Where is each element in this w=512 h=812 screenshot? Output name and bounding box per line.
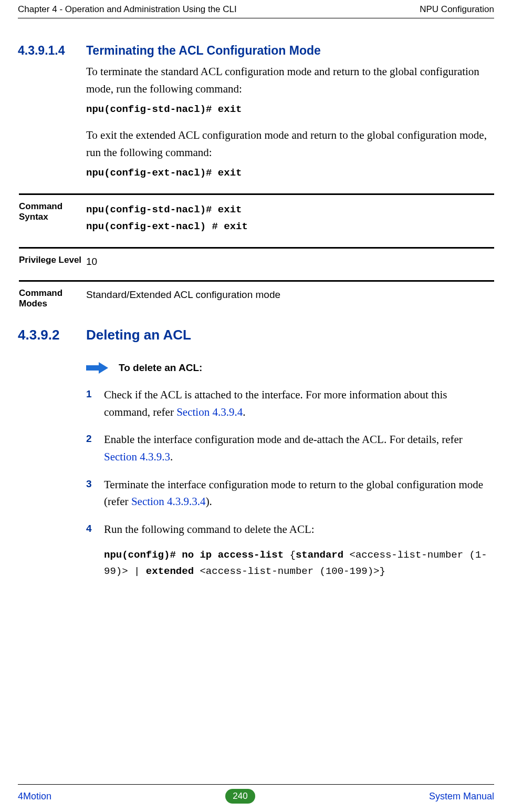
info-value: npu(config-std-nacl)# exit npu(config-ex… bbox=[86, 201, 248, 235]
cmd-text: { bbox=[289, 549, 295, 561]
footer-left: 4Motion bbox=[18, 791, 51, 802]
info-label: Command Modes bbox=[19, 288, 86, 309]
step: 4 Run the following command to delete th… bbox=[86, 521, 494, 579]
section-number: 4.3.9.2 bbox=[18, 327, 60, 343]
paragraph: To terminate the standard ACL configurat… bbox=[86, 63, 494, 97]
step: 1 Check if the ACL is attached to the in… bbox=[86, 386, 494, 420]
command-line: npu(config-ext-nacl)# exit bbox=[86, 167, 494, 179]
cmd-bold: npu(config)# no ip access-list bbox=[104, 549, 289, 561]
step-number: 2 bbox=[86, 431, 92, 446]
info-table: Command Syntax npu(config-std-nacl)# exi… bbox=[86, 193, 494, 314]
arrow-icon bbox=[86, 362, 108, 374]
header-left: Chapter 4 - Operation and Administration… bbox=[18, 4, 237, 15]
section-deleting-acl: 4.3.9.2 Deleting an ACL To delete an ACL… bbox=[86, 327, 494, 579]
syntax-line: npu(config-ext-nacl) # exit bbox=[86, 218, 248, 235]
section-link[interactable]: Section 4.3.9.3.4 bbox=[131, 495, 206, 508]
section-number: 4.3.9.1.4 bbox=[18, 44, 65, 58]
info-row-modes: Command Modes Standard/Extended ACL conf… bbox=[19, 280, 494, 314]
page-number-badge: 240 bbox=[225, 789, 255, 804]
step: 3 Terminate the interface configuration … bbox=[86, 476, 494, 510]
header-right: NPU Configuration bbox=[420, 4, 494, 15]
info-label: Privilege Level bbox=[19, 255, 86, 269]
step-text: Check if the ACL is attached to the inte… bbox=[104, 388, 447, 418]
info-label: Command Syntax bbox=[19, 201, 86, 235]
step-number: 4 bbox=[86, 521, 92, 536]
step-text-post: . bbox=[243, 406, 245, 418]
command-line: npu(config)# no ip access-list {standard… bbox=[104, 547, 494, 579]
step: 2 Enable the interface configuration mod… bbox=[86, 431, 494, 465]
procedure-steps: 1 Check if the ACL is attached to the in… bbox=[86, 386, 494, 579]
info-value: 10 bbox=[86, 255, 97, 269]
procedure-heading: To delete an ACL: bbox=[86, 362, 494, 374]
step-text: Enable the interface configuration mode … bbox=[104, 433, 463, 446]
section-link[interactable]: Section 4.3.9.3 bbox=[104, 450, 170, 463]
step-number: 1 bbox=[86, 386, 92, 402]
step-text-post: . bbox=[170, 450, 173, 463]
section-link[interactable]: Section 4.3.9.4 bbox=[176, 406, 243, 418]
syntax-line: npu(config-std-nacl)# exit bbox=[86, 201, 248, 218]
command-line: npu(config-std-nacl)# exit bbox=[86, 104, 494, 115]
page: Chapter 4 - Operation and Administration… bbox=[0, 0, 512, 812]
page-footer: 4Motion 240 System Manual bbox=[18, 784, 494, 804]
step-text-post: ). bbox=[206, 495, 212, 508]
section-title: Deleting an ACL bbox=[86, 327, 494, 343]
body-column: Terminating the ACL Configuration Mode T… bbox=[86, 44, 494, 590]
page-header: Chapter 4 - Operation and Administration… bbox=[18, 4, 494, 18]
procedure-title: To delete an ACL: bbox=[119, 362, 202, 374]
footer-right: System Manual bbox=[429, 791, 494, 802]
info-row-privilege: Privilege Level 10 bbox=[19, 247, 494, 281]
cmd-bold: extended bbox=[146, 566, 194, 577]
section-title: Terminating the ACL Configuration Mode bbox=[86, 44, 494, 58]
svg-marker-0 bbox=[86, 362, 108, 374]
cmd-bold: standard bbox=[296, 549, 343, 561]
info-row-syntax: Command Syntax npu(config-std-nacl)# exi… bbox=[19, 193, 494, 247]
paragraph: To exit the extended ACL configuration m… bbox=[86, 127, 494, 161]
step-number: 3 bbox=[86, 476, 92, 491]
info-value: Standard/Extended ACL configuration mode bbox=[86, 288, 280, 309]
cmd-text: <access-list-number (100-199)>} bbox=[194, 566, 385, 577]
step-text: Run the following command to delete the … bbox=[104, 523, 315, 536]
